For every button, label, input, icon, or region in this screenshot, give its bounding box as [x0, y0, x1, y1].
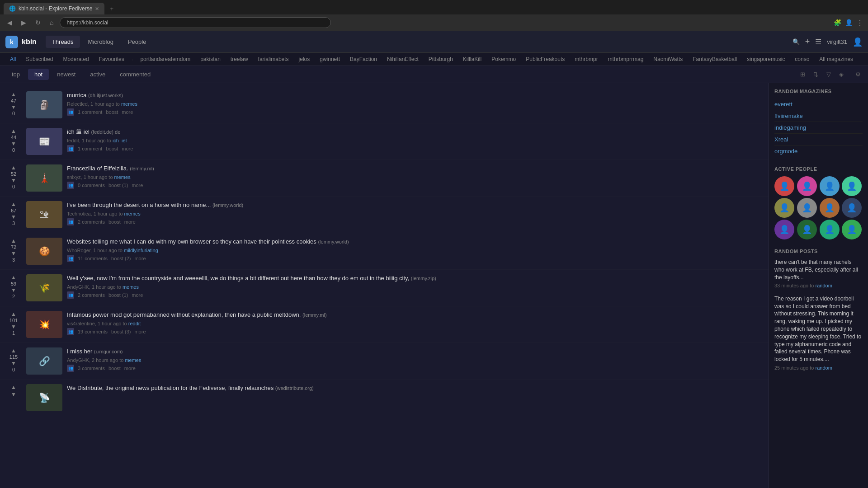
- add-icon[interactable]: +: [805, 37, 810, 47]
- filter-top[interactable]: top: [5, 69, 26, 80]
- post-title[interactable]: We Distribute, the original news publica…: [67, 384, 763, 392]
- post-community-link[interactable]: memes: [125, 357, 141, 363]
- sub-singaporemusic[interactable]: singaporemusic: [742, 55, 789, 64]
- post-title[interactable]: murrica (dh.itjust.works): [67, 91, 763, 99]
- post-title[interactable]: ich 🏛 iel (feddit.de) de: [67, 128, 763, 136]
- boost-button[interactable]: boost: [106, 146, 118, 151]
- downvote-button[interactable]: ▼: [11, 214, 16, 220]
- upvote-button[interactable]: ▲: [11, 274, 16, 281]
- post-thumbnail[interactable]: 📡: [26, 384, 62, 411]
- sub-pokemmo[interactable]: Pokemmo: [487, 55, 520, 64]
- more-button[interactable]: more: [134, 329, 146, 334]
- sub-publicfreakouts[interactable]: PublicFreakouts: [521, 55, 569, 64]
- upvote-button[interactable]: ▲: [11, 91, 16, 98]
- upvote-button[interactable]: ▲: [11, 238, 16, 244]
- boost-button[interactable]: boost (2): [111, 256, 131, 261]
- person-avatar[interactable]: 👤: [842, 220, 862, 239]
- sub-farialimabets[interactable]: farialimabets: [254, 55, 293, 64]
- comments-button[interactable]: 2 comments: [78, 219, 105, 225]
- comments-button[interactable]: 2 comments: [78, 292, 105, 298]
- more-button[interactable]: more: [132, 292, 143, 298]
- sub-all-magazines[interactable]: All magazines: [815, 55, 858, 64]
- downvote-button[interactable]: ▼: [11, 287, 16, 293]
- downvote-button[interactable]: ▼: [11, 324, 16, 330]
- post-community-link[interactable]: memes: [123, 284, 139, 290]
- sub-pittsburgh[interactable]: Pittsburgh: [424, 55, 458, 64]
- upvote-button[interactable]: ▲: [11, 347, 16, 354]
- post-thumbnail[interactable]: 🍪: [26, 238, 62, 265]
- post-community-link[interactable]: reddit: [128, 321, 141, 326]
- person-avatar[interactable]: 👤: [820, 198, 840, 218]
- post-community-link[interactable]: memes: [114, 174, 131, 180]
- upvote-button[interactable]: ▲: [11, 311, 16, 317]
- active-tab[interactable]: 🌐 kbin.social - Explore Fediverse ✕: [4, 3, 104, 14]
- post-community-link[interactable]: memes: [121, 101, 137, 107]
- reload-button[interactable]: ↻: [33, 18, 43, 27]
- person-avatar[interactable]: 👤: [797, 198, 817, 218]
- post-thumbnail[interactable]: 🗿: [26, 91, 62, 118]
- sub-favourites[interactable]: Favourites: [94, 55, 129, 64]
- sub-moderated[interactable]: Moderated: [58, 55, 93, 64]
- random-post-community[interactable]: random: [816, 283, 832, 288]
- tab-close-button[interactable]: ✕: [95, 6, 99, 12]
- sub-gwinnett[interactable]: gwinnett: [315, 55, 344, 64]
- sub-treelaw[interactable]: treelaw: [226, 55, 253, 64]
- new-tab-button[interactable]: +: [106, 4, 117, 14]
- profile-icon[interactable]: 👤: [845, 19, 853, 26]
- post-thumbnail[interactable]: 💥: [26, 311, 62, 338]
- upvote-button[interactable]: ▲: [11, 384, 16, 390]
- sub-fantasybasketball[interactable]: FantasyBasketball: [688, 55, 741, 64]
- filter-newest[interactable]: newest: [51, 69, 82, 80]
- boost-button[interactable]: boost (1): [108, 292, 128, 298]
- person-avatar[interactable]: 👤: [820, 176, 840, 196]
- boost-button[interactable]: boost: [106, 109, 118, 115]
- menu-icon[interactable]: ⋮: [856, 19, 863, 27]
- downvote-button[interactable]: ▼: [11, 177, 16, 183]
- more-button[interactable]: more: [124, 366, 136, 371]
- filter-hot[interactable]: hot: [28, 69, 49, 80]
- sub-bayfaction[interactable]: BayFaction: [345, 55, 382, 64]
- sub-naomiwatts[interactable]: NaomiWatts: [649, 55, 687, 64]
- boost-button[interactable]: boost: [108, 366, 121, 371]
- upvote-button[interactable]: ▲: [11, 128, 16, 134]
- user-avatar-icon[interactable]: 👤: [853, 37, 863, 47]
- upvote-button[interactable]: ▲: [11, 201, 16, 207]
- sub-killakill[interactable]: KilllaKill: [458, 55, 486, 64]
- post-title[interactable]: Websites telling me what I can do with m…: [67, 238, 763, 246]
- more-button[interactable]: more: [134, 256, 146, 261]
- post-community-link[interactable]: mildlyinfuriating: [124, 248, 158, 253]
- forward-button[interactable]: ▶: [19, 18, 29, 27]
- sub-jelos[interactable]: jelos: [294, 55, 315, 64]
- boost-button[interactable]: boost (1): [108, 183, 128, 188]
- person-avatar[interactable]: 👤: [774, 176, 794, 196]
- post-title[interactable]: Francezilla of Eiffelzilla. (lemmy.ml): [67, 164, 763, 173]
- person-avatar[interactable]: 👤: [774, 220, 794, 239]
- magazine-item[interactable]: ffviiremake: [774, 110, 863, 122]
- sub-mthrbmpr[interactable]: mthrbmpr: [570, 55, 602, 64]
- post-thumbnail[interactable]: 🔗: [26, 347, 62, 375]
- post-community-link[interactable]: memes: [124, 211, 141, 216]
- downvote-button[interactable]: ▼: [11, 360, 16, 366]
- post-community-link[interactable]: ich_iel: [113, 138, 127, 143]
- upvote-button[interactable]: ▲: [11, 164, 16, 171]
- site-logo[interactable]: k kbin: [5, 36, 37, 48]
- magazine-item[interactable]: orgmode: [774, 145, 863, 157]
- person-avatar[interactable]: 👤: [774, 198, 794, 218]
- sub-mthrbmprrmag[interactable]: mthrbmprrmag: [604, 55, 648, 64]
- post-thumbnail[interactable]: 🏜: [26, 201, 62, 228]
- comments-button[interactable]: 1 comment: [78, 146, 102, 151]
- person-avatar[interactable]: 👤: [842, 176, 862, 196]
- home-button[interactable]: ⌂: [47, 18, 56, 27]
- comments-button[interactable]: 11 comments: [78, 256, 108, 261]
- url-input[interactable]: https://kbin.social: [60, 17, 331, 28]
- person-avatar[interactable]: 👤: [820, 220, 840, 239]
- downvote-button[interactable]: ▼: [11, 391, 16, 398]
- navigation-icon[interactable]: ◈: [837, 69, 845, 80]
- more-button[interactable]: more: [132, 183, 143, 188]
- boost-button[interactable]: boost (3): [111, 329, 131, 334]
- settings-icon[interactable]: ⚙: [854, 69, 863, 80]
- nav-people[interactable]: People: [122, 36, 152, 48]
- post-title[interactable]: Well y'see, now I'm from the countryside…: [67, 274, 763, 282]
- sub-subscribed[interactable]: Subscribed: [21, 55, 57, 64]
- more-button[interactable]: more: [124, 219, 136, 225]
